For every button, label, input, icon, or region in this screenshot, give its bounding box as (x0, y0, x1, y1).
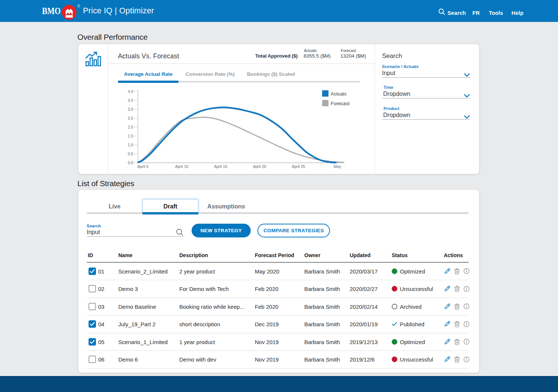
checkbox-checked-icon (89, 320, 96, 328)
brand-logo[interactable]: BMO ® Price IQ | Optimizer (42, 0, 64, 22)
svg-text:0.5: 0.5 (128, 152, 133, 156)
delete-button[interactable] (454, 356, 460, 363)
status-label: Published (400, 321, 424, 327)
nav-fr[interactable]: FR (472, 2, 480, 24)
status-dot-archived (392, 304, 397, 309)
edit-button[interactable] (444, 356, 451, 363)
info-icon (464, 339, 469, 345)
tab-assumptions[interactable]: Assumptions (198, 199, 254, 214)
edit-button[interactable] (444, 338, 451, 345)
cell-name: July_19_Part 2 (118, 321, 155, 327)
divider (87, 236, 183, 237)
info-button[interactable] (464, 304, 469, 310)
edit-button[interactable] (444, 285, 451, 292)
filter-label: Product (384, 106, 400, 111)
info-icon (464, 286, 469, 292)
col-description: Description (179, 252, 208, 258)
chevron-down-icon[interactable] (464, 114, 470, 120)
cell-updated: 2019/12/6 (350, 356, 375, 363)
cell-forecast-period: Nov 2019 (255, 356, 279, 363)
col-updated: Updated (350, 252, 371, 258)
chart-analytics-icon (85, 52, 102, 68)
delete-button[interactable] (454, 303, 460, 310)
cell-status: Optimized (392, 268, 425, 274)
edit-button[interactable] (444, 268, 451, 275)
info-button[interactable] (464, 321, 469, 327)
status-label: Archived (400, 303, 421, 310)
legend-forecast-swatch (322, 100, 328, 106)
table-header: ID Name Description Forecast Period Owne… (87, 251, 469, 263)
strategies-table: ID Name Description Forecast Period Owne… (87, 251, 469, 369)
row-checkbox[interactable] (89, 285, 96, 292)
col-status: Status (392, 252, 408, 258)
delete-button[interactable] (454, 338, 460, 345)
cell-forecast-period: Nov 2019 (255, 338, 279, 345)
chevron-down-icon[interactable] (464, 72, 470, 78)
tab-live[interactable]: Live (87, 199, 142, 214)
edit-button[interactable] (444, 321, 451, 328)
status-label: Optimized (400, 338, 425, 345)
status-icon (392, 286, 397, 292)
tab-bookings-scaled[interactable]: Bookings ($) Scaled (242, 69, 300, 79)
nav-search[interactable]: Search (438, 2, 466, 24)
nav-help[interactable]: Help (512, 2, 523, 24)
tab-conversion-rate[interactable]: Conversion Rate (%) (179, 69, 242, 79)
svg-text:3.0: 3.0 (128, 107, 133, 111)
chevron-down-icon[interactable] (464, 93, 470, 99)
svg-text:1.5: 1.5 (128, 134, 133, 138)
series-actuals (138, 107, 336, 162)
bmo-roundel-icon (62, 5, 77, 21)
row-checkbox[interactable] (89, 268, 96, 275)
search-input[interactable]: Input (87, 229, 100, 236)
svg-text:1.0: 1.0 (128, 143, 133, 147)
app-root: BMO ® Price IQ | Optimizer Search FR Too… (0, 0, 558, 392)
trash-icon (454, 338, 460, 345)
info-button[interactable] (464, 339, 469, 345)
filter-label: Time (384, 85, 393, 90)
delete-button[interactable] (454, 321, 460, 328)
filter-value: Dropdown (383, 112, 410, 119)
nav-tools[interactable]: Tools (489, 2, 503, 24)
row-checkbox[interactable] (89, 320, 96, 328)
tab-draft[interactable]: Draft (142, 199, 198, 214)
edit-button[interactable] (444, 303, 451, 310)
tab-average-actual-rate[interactable]: Average Actual Rate (118, 69, 179, 79)
new-strategy-button[interactable]: NEW STRATEGY (192, 224, 251, 237)
legend-actuals-swatch (322, 90, 328, 97)
row-checkbox[interactable] (89, 356, 96, 363)
delete-button[interactable] (454, 285, 460, 292)
info-button[interactable] (464, 268, 469, 274)
edit-pencil-icon (444, 303, 451, 310)
row-checkbox[interactable] (89, 303, 96, 310)
cell-owner: Barbara Smith (304, 268, 340, 274)
search-icon[interactable] (176, 229, 183, 237)
compare-strategies-button[interactable]: COMPARE STRATEGIES (257, 224, 330, 237)
svg-text:April 25: April 25 (292, 164, 305, 169)
row-checkbox[interactable] (89, 338, 96, 346)
performance-section-title: Overall Performance (77, 33, 148, 42)
line-chart: 0.00.51.01.52.02.53.03.54.0April 5April … (108, 85, 375, 174)
info-icon (464, 304, 469, 310)
cell-updated: 2020/02/27 (350, 286, 378, 292)
cell-actions (444, 321, 472, 328)
delete-button[interactable] (454, 268, 460, 275)
cell-name: Demo 6 (118, 356, 138, 363)
svg-text:0.0: 0.0 (128, 161, 133, 165)
info-button[interactable] (464, 286, 469, 292)
table-row-03: 03Demo BaselineBooking ratio while keep.… (87, 298, 469, 316)
svg-text:May: May (334, 164, 341, 169)
trash-icon (454, 268, 460, 275)
status-dot-unsuccessful (392, 357, 397, 362)
registered-mark: ® (77, 4, 80, 8)
cell-owner: Barbara Smith (304, 338, 340, 345)
legend-forecast-label: Forecast (331, 101, 350, 106)
svg-text:April 20: April 20 (253, 164, 266, 169)
status-dot-unsuccessful (392, 286, 397, 292)
cell-id: 06 (98, 356, 105, 363)
cell-status: Unsuccessful (392, 286, 433, 292)
cell-updated: 2020/03/17 (350, 268, 378, 274)
cell-actions (444, 285, 472, 292)
status-icon (392, 268, 397, 274)
info-button[interactable] (464, 356, 469, 362)
col-forecast-period: Forecast Period (255, 252, 294, 258)
